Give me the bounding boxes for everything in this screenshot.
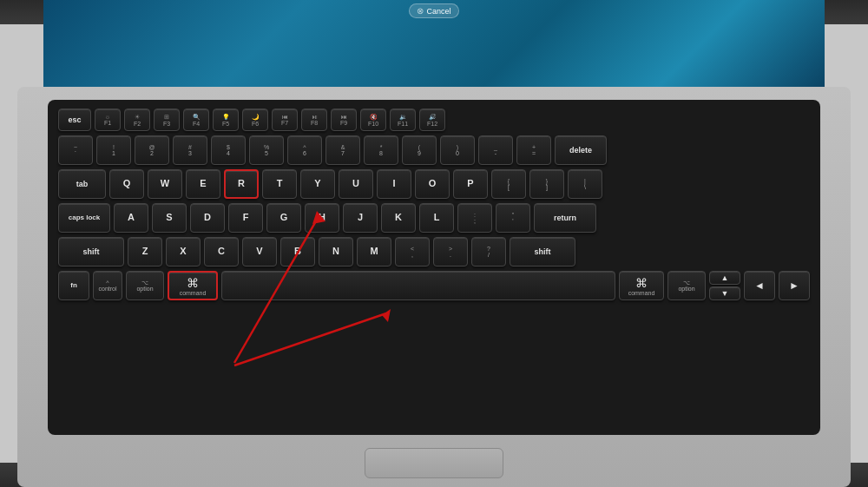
key-arrow-left[interactable]: ◄ [744,271,775,300]
key-h[interactable]: H [305,203,339,233]
key-f1[interactable]: ☼ F1 [95,109,121,131]
key-k[interactable]: K [381,203,416,233]
cancel-label: Cancel [426,7,450,16]
key-tab[interactable]: tab [58,169,106,199]
key-delete[interactable]: delete [555,135,607,165]
key-semicolon[interactable]: : ; [457,203,492,233]
key-1[interactable]: ! 1 [96,135,131,165]
key-f7[interactable]: ⏮ F7 [272,109,298,131]
key-f10[interactable]: 🔇 F10 [360,109,386,131]
key-backtick[interactable]: ~ ` [58,135,93,165]
key-command-right[interactable]: ⌘ command [619,271,664,300]
key-4[interactable]: $ 4 [211,135,246,165]
svg-marker-3 [382,309,391,322]
svg-line-2 [234,313,386,365]
key-x[interactable]: X [166,237,201,267]
key-w[interactable]: W [148,169,182,199]
key-f8[interactable]: ⏯ F8 [301,109,327,131]
cancel-button[interactable]: ⊗ Cancel [409,3,458,18]
key-minus[interactable]: _ - [478,135,513,165]
qwerty-row: tab Q W E R T Y U [58,169,810,199]
key-d[interactable]: D [190,203,225,233]
key-g[interactable]: G [266,203,301,233]
key-f12[interactable]: 🔊 F12 [419,109,445,131]
key-8[interactable]: * 8 [364,135,398,165]
key-3[interactable]: # 3 [173,135,207,165]
key-i[interactable]: I [377,169,411,199]
key-m[interactable]: M [357,237,391,267]
key-f11[interactable]: 🔉 F11 [390,109,416,131]
key-z[interactable]: Z [128,237,162,267]
key-lbracket[interactable]: { [ [491,169,526,199]
key-5[interactable]: % 5 [249,135,284,165]
key-o[interactable]: O [415,169,450,199]
key-quote[interactable]: " ' [496,203,530,233]
bottom-row: fn ^ control ⌥ option ⌘ command ⌘ comman… [58,271,810,300]
key-b[interactable]: B [280,237,315,267]
key-y[interactable]: Y [300,169,335,199]
key-backslash[interactable]: | \ [568,169,602,199]
key-capslock[interactable]: caps lock [58,203,110,233]
key-s[interactable]: S [152,203,187,233]
key-f6[interactable]: 🌙 F6 [242,109,268,131]
key-7[interactable]: & 7 [326,135,360,165]
key-f4[interactable]: 🔍 F4 [183,109,209,131]
key-f[interactable]: F [228,203,263,233]
key-esc[interactable]: esc [58,109,91,131]
key-f5[interactable]: 💡 F5 [213,109,239,131]
number-row: ~ ` ! 1 @ 2 # 3 $ 4 % 5 [58,135,810,165]
key-control[interactable]: ^ control [93,271,122,300]
key-arrow-up[interactable]: ▲ [709,271,740,285]
key-6[interactable]: ^ 6 [287,135,322,165]
key-0[interactable]: ) 0 [440,135,475,165]
key-f3[interactable]: ⊞ F3 [154,109,180,131]
key-t[interactable]: T [262,169,297,199]
key-9[interactable]: ( 9 [402,135,437,165]
key-spacebar[interactable] [221,271,615,300]
zxcv-row: shift Z X C V B N M < [58,237,810,267]
key-f2[interactable]: ☀ F2 [124,109,150,131]
keyboard: esc ☼ F1 ☀ F2 ⊞ F3 🔍 F4 💡 F5 [48,100,820,435]
key-plus[interactable]: + = [516,135,551,165]
key-a[interactable]: A [114,203,148,233]
key-f9[interactable]: ⏭ F9 [331,109,357,131]
key-option-right[interactable]: ⌥ option [667,271,706,300]
key-option-left[interactable]: ⌥ option [126,271,164,300]
cancel-x-icon: ⊗ [417,6,424,16]
trackpad[interactable] [365,448,503,478]
key-rbracket[interactable]: } ] [529,169,564,199]
key-c[interactable]: C [204,237,239,267]
key-q[interactable]: Q [109,169,144,199]
key-slash[interactable]: ? / [471,237,506,267]
key-period[interactable]: > . [433,237,468,267]
key-2[interactable]: @ 2 [135,135,169,165]
screen-display: ⊗ Cancel [43,0,825,95]
key-j[interactable]: J [343,203,378,233]
key-n[interactable]: N [319,237,353,267]
key-arrow-down[interactable]: ▼ [709,286,740,300]
key-l[interactable]: L [419,203,454,233]
key-comma[interactable]: < , [395,237,430,267]
key-e[interactable]: E [186,169,220,199]
key-shift-left[interactable]: shift [58,237,124,267]
laptop-screen: ⊗ Cancel esc ☼ F1 ☀ F2 ⊞ F3 🔍 [0,0,868,487]
key-arrow-right[interactable]: ► [779,271,810,300]
key-v[interactable]: V [242,237,277,267]
key-p[interactable]: P [453,169,488,199]
key-u[interactable]: U [339,169,373,199]
key-r[interactable]: R [224,169,259,199]
key-shift-right[interactable]: shift [510,237,575,267]
key-command-left[interactable]: ⌘ command [168,271,218,300]
fn-key-row: esc ☼ F1 ☀ F2 ⊞ F3 🔍 F4 💡 F5 [58,109,810,131]
asdf-row: caps lock A S D F G H J [58,203,810,233]
arrow-key-group: ▲ ▼ [709,271,740,300]
key-fn[interactable]: fn [58,271,89,300]
key-return[interactable]: return [534,203,596,233]
